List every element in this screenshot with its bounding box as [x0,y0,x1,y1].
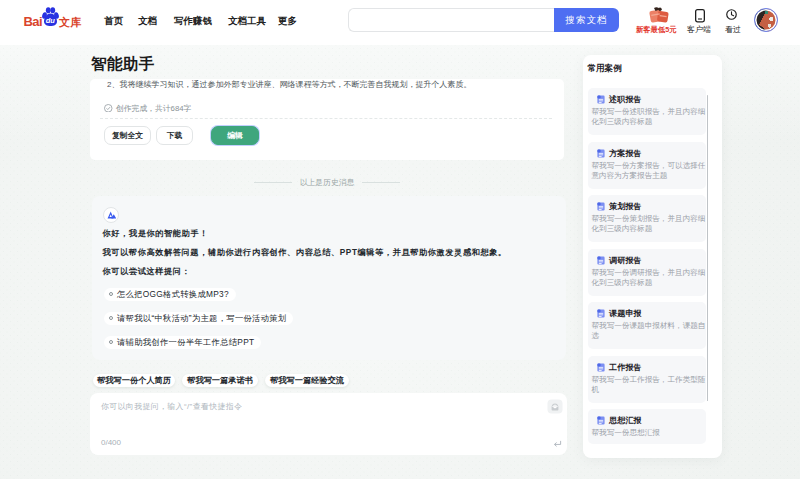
svg-text:du: du [45,16,55,25]
